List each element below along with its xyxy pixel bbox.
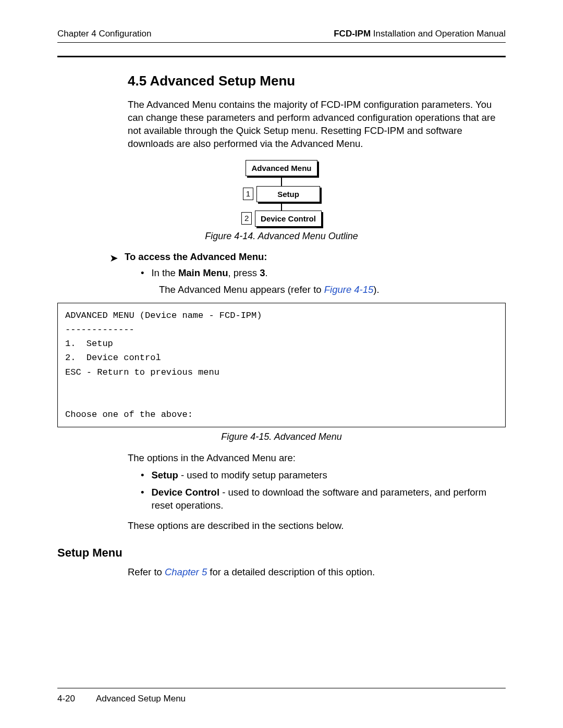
procedure-step-text: In the Main Menu, press 3. (151, 267, 267, 279)
header-left: Chapter 4 Configuration (57, 29, 152, 39)
page-footer: 4-20 Advanced Setup Menu (57, 688, 506, 704)
procedure-result: The Advanced Menu appears (refer to Figu… (159, 284, 506, 295)
figure-4-15-caption: Figure 4-15. Advanced Menu (57, 431, 506, 442)
diagram-box-setup: Setup (256, 186, 320, 202)
footer-page-number: 4-20 (57, 694, 75, 704)
diagram-connector (281, 202, 282, 211)
option-device-control: • Device Control - used to download the … (141, 486, 506, 512)
diagram-box-top: Advanced Menu (246, 160, 317, 176)
setup-menu-heading: Setup Menu (57, 546, 506, 560)
figure-4-15-link[interactable]: Figure 4-15 (324, 284, 374, 295)
procedure-step: • In the Main Menu, press 3. (141, 267, 506, 279)
header-right: FCD-IPM Installation and Operation Manua… (334, 29, 506, 39)
procedure-heading: To access the Advanced Menu: (125, 251, 267, 263)
diagram-num-1: 1 (243, 188, 253, 200)
header-subtitle: Installation and Operation Manual (371, 29, 506, 39)
diagram-connector (281, 178, 282, 186)
terminal-screen: ADVANCED MENU (Device name - FCD-IPM) --… (57, 303, 506, 428)
section-title: 4.5 Advanced Setup Menu (128, 73, 506, 89)
bullet-icon: • (141, 486, 144, 512)
footer-title: Advanced Setup Menu (96, 694, 186, 704)
figure-4-14-caption: Figure 4-14. Advanced Menu Outline (57, 231, 506, 242)
bullet-icon: • (141, 267, 144, 279)
bullet-icon: • (141, 469, 144, 482)
options-outro: These options are described in the secti… (128, 520, 506, 533)
setup-menu-text: Refer to Chapter 5 for a detailed descri… (128, 566, 506, 579)
option-setup: • Setup - used to modify setup parameter… (141, 469, 506, 482)
header-rule (57, 56, 506, 57)
procedure-arrow-icon: ➤ (109, 252, 118, 264)
chapter-5-link[interactable]: Chapter 5 (165, 566, 207, 577)
menu-outline-diagram: Advanced Menu 1 Setup 2 Device Control (57, 160, 506, 227)
section-intro: The Advanced Menu contains the majority … (128, 98, 506, 151)
diagram-box-device-control: Device Control (255, 211, 322, 227)
page-header: Chapter 4 Configuration FCD-IPM Installa… (57, 29, 506, 43)
header-product: FCD-IPM (334, 29, 371, 39)
options-intro: The options in the Advanced Menu are: (128, 452, 506, 465)
diagram-num-2: 2 (241, 212, 252, 225)
